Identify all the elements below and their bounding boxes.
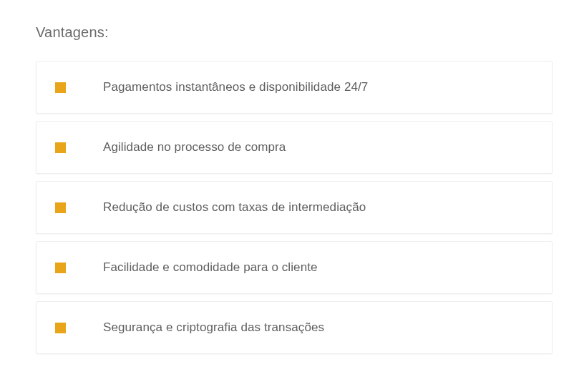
list-item-label: Agilidade no processo de compra <box>103 140 286 155</box>
square-bullet-icon <box>55 263 66 273</box>
list-item: Redução de custos com taxas de intermedi… <box>36 181 553 234</box>
square-bullet-icon <box>55 142 66 153</box>
list-item: Agilidade no processo de compra <box>36 121 553 174</box>
list-item-label: Pagamentos instantâneos e disponibilidad… <box>103 80 368 94</box>
advantages-list: Pagamentos instantâneos e disponibilidad… <box>36 61 553 354</box>
list-item: Facilidade e comodidade para o cliente <box>36 241 553 294</box>
square-bullet-icon <box>55 202 66 213</box>
square-bullet-icon <box>55 323 66 333</box>
list-item-label: Redução de custos com taxas de intermedi… <box>103 200 366 215</box>
list-item-label: Facilidade e comodidade para o cliente <box>103 260 318 275</box>
list-item: Segurança e criptografia das transações <box>36 301 553 354</box>
square-bullet-icon <box>55 82 66 93</box>
list-item-label: Segurança e criptografia das transações <box>103 320 324 335</box>
section-heading: Vantagens: <box>36 24 553 41</box>
list-item: Pagamentos instantâneos e disponibilidad… <box>36 61 553 114</box>
